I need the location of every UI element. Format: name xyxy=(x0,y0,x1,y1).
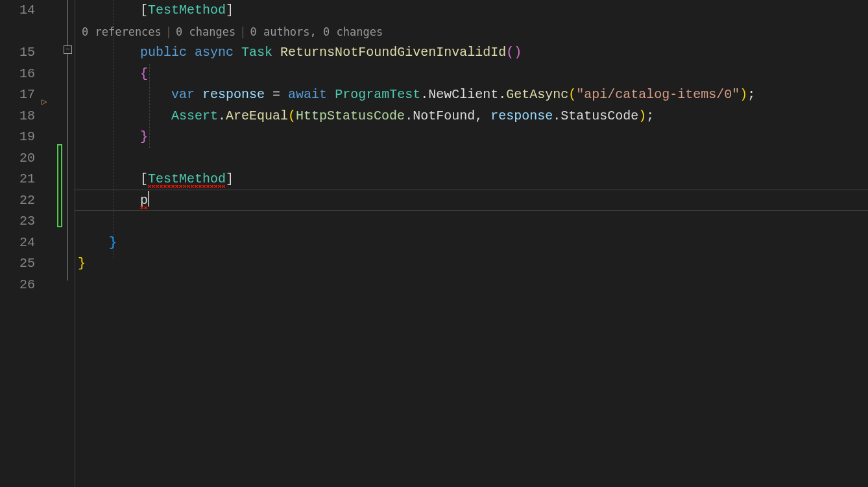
variable: response xyxy=(490,108,553,123)
brace: { xyxy=(140,66,148,81)
brace: } xyxy=(140,129,148,144)
bracket: ] xyxy=(226,3,234,18)
brace: } xyxy=(78,256,86,271)
dot: . xyxy=(498,87,506,102)
paren: ) xyxy=(740,87,747,102)
bracket: [ xyxy=(140,3,148,18)
line-number: 21 xyxy=(0,169,35,190)
code-line[interactable]: [TestMethod] xyxy=(75,0,868,21)
paren: ) xyxy=(638,108,646,123)
semicolon: ; xyxy=(747,87,755,102)
line-number: 25 xyxy=(0,253,35,275)
change-indicator-margin xyxy=(56,0,65,487)
run-test-glyph-icon[interactable]: ▷ xyxy=(42,96,47,107)
type-name: Assert xyxy=(171,108,218,123)
paren: ( xyxy=(288,108,296,123)
line-number: 18 xyxy=(0,106,35,127)
property: StatusCode xyxy=(561,108,638,123)
brace: } xyxy=(109,235,117,250)
bracket: ] xyxy=(226,171,234,186)
dot: . xyxy=(420,87,428,102)
parentheses: () xyxy=(506,45,522,60)
attribute-name-error: TestMethod xyxy=(148,171,226,189)
code-line[interactable] xyxy=(75,211,868,232)
fold-collapse-icon[interactable]: − xyxy=(64,45,72,54)
line-number-gutter: 14 15 16 17 18 19 20 21 22 23 24 25 26 xyxy=(0,0,40,487)
dot: . xyxy=(405,108,413,123)
change-added-indicator xyxy=(57,144,62,227)
comma: , xyxy=(475,108,490,123)
method-call: AreEqual xyxy=(226,108,288,123)
string-literal: "api/catalog-items/0" xyxy=(576,87,740,102)
code-line-current[interactable]: p xyxy=(75,190,868,212)
keyword: await xyxy=(288,87,327,102)
code-line[interactable]: public async Task ReturnsNotFoundGivenIn… xyxy=(75,42,868,64)
line-number: 20 xyxy=(0,148,35,169)
codelens-authors[interactable]: 0 authors, 0 changes xyxy=(246,21,387,43)
code-editor[interactable]: 14 15 16 17 18 19 20 21 22 23 24 25 26 ▷… xyxy=(0,0,868,487)
text-cursor xyxy=(148,191,149,206)
incomplete-token-error: p xyxy=(140,193,148,210)
codelens-changes[interactable]: 0 changes xyxy=(172,21,239,43)
glyph-margin[interactable]: ▷ xyxy=(40,0,56,487)
code-line[interactable]: Assert.AreEqual(HttpStatusCode.NotFound,… xyxy=(75,106,868,127)
folding-margin[interactable]: − xyxy=(65,0,75,487)
line-number: 24 xyxy=(0,232,35,254)
enum-member: NotFound xyxy=(413,108,475,123)
type-name: ProgramTest xyxy=(335,87,420,102)
code-line[interactable] xyxy=(75,275,868,296)
codelens-references[interactable]: 0 references xyxy=(78,21,165,43)
semicolon: ; xyxy=(646,108,654,123)
code-content[interactable]: [TestMethod] 0 references|0 changes|0 au… xyxy=(75,0,868,487)
code-line[interactable]: } xyxy=(75,232,868,254)
variable: response xyxy=(202,87,265,102)
attribute-name: TestMethod xyxy=(148,3,226,18)
code-line[interactable] xyxy=(75,148,868,169)
dot: . xyxy=(218,108,226,123)
bracket: [ xyxy=(140,171,148,186)
line-number: 26 xyxy=(0,275,35,296)
keyword: public xyxy=(140,45,187,60)
line-number: 14 xyxy=(0,0,35,21)
type-name: Task xyxy=(241,45,272,60)
codelens[interactable]: 0 references|0 changes|0 authors, 0 chan… xyxy=(75,21,868,43)
line-number: 17 xyxy=(0,84,35,106)
keyword: var xyxy=(171,87,195,102)
keyword: async xyxy=(195,45,234,60)
code-line[interactable]: [TestMethod] xyxy=(75,169,868,190)
method-name: ReturnsNotFoundGivenInvalidId xyxy=(280,45,506,60)
dot: . xyxy=(553,108,561,123)
code-line[interactable]: } xyxy=(75,127,868,148)
property: NewClient xyxy=(428,87,498,102)
line-number: 15 xyxy=(0,42,35,64)
paren: ( xyxy=(568,87,576,102)
code-line[interactable]: var response = await ProgramTest.NewClie… xyxy=(75,84,868,106)
code-line[interactable]: } xyxy=(75,253,868,275)
line-number: 23 xyxy=(0,211,35,232)
operator: = xyxy=(265,87,288,102)
code-line[interactable]: { xyxy=(75,64,868,85)
enum-name: HttpStatusCode xyxy=(296,108,405,123)
line-number: 16 xyxy=(0,64,35,85)
line-number: 22 xyxy=(0,190,35,212)
method-call: GetAsync xyxy=(506,87,568,102)
line-number: 19 xyxy=(0,127,35,148)
